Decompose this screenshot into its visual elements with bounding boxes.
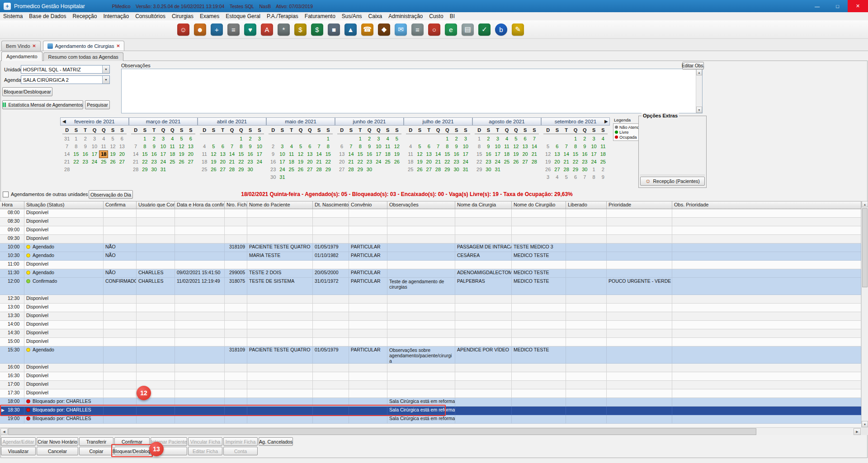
calendar-day[interactable]: 3 (461, 135, 470, 143)
documents-icon[interactable]: ≡ (227, 23, 240, 36)
calendar-day[interactable]: 14 (227, 150, 236, 158)
calendar-day[interactable]: 31 (159, 166, 168, 173)
calendar-day[interactable]: 20 (305, 158, 314, 166)
calendar-day[interactable]: 11 (168, 143, 177, 150)
equipment-icon[interactable]: * (278, 23, 290, 36)
cal-prev-icon[interactable]: ◀ (62, 119, 66, 124)
calendar-day[interactable]: 15 (324, 150, 333, 158)
calendar-day[interactable]: 12 (511, 143, 520, 150)
calendar-day[interactable]: 4 (383, 135, 392, 143)
calendar-day[interactable]: 15 (571, 150, 580, 158)
calendar-day[interactable]: 3 (278, 143, 287, 150)
action-button-ag-cancelados[interactable]: Ag. Cancelados (259, 437, 293, 446)
tab-bem-vindo[interactable]: Bem Vindo✕ (1, 41, 41, 51)
calendar-day[interactable]: 19 (209, 158, 218, 166)
bloquear-desbloquear-button[interactable]: Bloquear/Desbloquear (2, 87, 52, 96)
calendar-day[interactable]: 1 (236, 135, 245, 143)
calendar-day[interactable]: 22 (140, 158, 149, 166)
calendar-day[interactable]: 9 (269, 150, 278, 158)
calendar-day[interactable]: 23 (150, 158, 159, 166)
estatistica-button[interactable]: Estatística Mensal de Agendamentos (2, 100, 83, 109)
calendar-day[interactable]: 21 (227, 158, 236, 166)
calendar-day[interactable]: 9 (452, 143, 461, 150)
menu-item-administracao[interactable]: Administração (385, 12, 426, 20)
observacoes-scrollbar[interactable]: ▲ ▼ (696, 69, 702, 113)
calendar-day[interactable]: 31 (278, 173, 287, 181)
calendar-day[interactable]: 29 (475, 166, 484, 173)
calendar-day[interactable]: 21 (562, 158, 571, 166)
calendar-day[interactable]: 7 (62, 143, 71, 150)
calendar-day[interactable]: 9 (599, 173, 608, 181)
calendar-day[interactable]: 20 (425, 158, 434, 166)
calendar-day[interactable]: 25 (383, 158, 392, 166)
cal-next-icon[interactable]: ▶ (604, 119, 608, 124)
column-header-dt-nascimento[interactable]: Dt. Nascimento (313, 201, 349, 209)
calendar-day[interactable]: 23 (484, 158, 493, 166)
menu-item-p-a-terapias[interactable]: P.A./Terapias (264, 12, 302, 20)
calendar-day[interactable]: 19 (511, 150, 520, 158)
calendar-day[interactable]: 23 (245, 158, 255, 166)
observacao-dia-button[interactable]: Observação do Dia (89, 190, 133, 199)
calendar-day[interactable]: 19 (177, 150, 186, 158)
calendar-day[interactable]: 16 (150, 150, 159, 158)
calendar-day[interactable]: 4 (502, 135, 511, 143)
calendar-day[interactable]: 21 (314, 158, 323, 166)
calendar-day[interactable]: 18 (99, 150, 108, 158)
scroll-down-icon[interactable]: ▼ (696, 107, 702, 113)
action-button-criar-novo-horario[interactable]: Criar Novo Horário (37, 437, 78, 446)
calendar-day[interactable]: 7 (530, 135, 539, 143)
calendar-day[interactable]: 9 (245, 143, 255, 150)
calendar-day[interactable]: 8 (589, 173, 598, 181)
calendar-day[interactable]: 8 (324, 143, 333, 150)
calendar-day[interactable]: 6 (425, 143, 434, 150)
calendar-day[interactable]: 12 (392, 143, 401, 150)
calendar-day[interactable]: 6 (186, 135, 195, 143)
calendar-day[interactable]: 14 (562, 150, 571, 158)
calendar-day[interactable]: 2 (150, 135, 159, 143)
calendar-day[interactable]: 15 (475, 150, 484, 158)
calendar-day[interactable]: 16 (580, 150, 589, 158)
calendar-day[interactable]: 22 (71, 158, 80, 166)
calendar-day[interactable]: 28 (131, 166, 140, 173)
files-icon[interactable]: ▤ (462, 23, 474, 36)
calendar-day[interactable]: 12 (108, 143, 117, 150)
calendar-day[interactable]: 29 (571, 166, 580, 173)
calendar-day[interactable]: 2 (599, 166, 608, 173)
calendar-day[interactable]: 24 (493, 158, 502, 166)
calendar-day[interactable]: 18 (406, 158, 415, 166)
calendar-day[interactable]: 5 (415, 143, 424, 150)
column-header-data-e-hora-da-confir[interactable]: Data e Hora da confir (175, 201, 225, 209)
calendar-day[interactable]: 29 (140, 166, 149, 173)
menu-item-cirurgias[interactable]: Cirurgias (169, 12, 197, 20)
calendar-day[interactable]: 31 (461, 166, 470, 173)
calendar-day[interactable]: 7 (314, 143, 323, 150)
calendar-day[interactable]: 14 (314, 150, 323, 158)
reception-icon[interactable]: ☺ (177, 23, 189, 36)
calendar-day[interactable]: 22 (324, 158, 333, 166)
calendar-day[interactable]: 1 (140, 135, 149, 143)
subtab-agendamento[interactable]: Agendamento (1, 51, 42, 61)
calendar-day[interactable]: 15 (356, 150, 365, 158)
column-header-usuario-que-confirmo[interactable]: Usuário que Confirmo (137, 201, 175, 209)
schedule-row-1400[interactable]: 14:00Disponível (0, 321, 861, 329)
menu-item-sistema[interactable]: Sistema (0, 12, 26, 20)
tab-close-icon[interactable]: ✕ (33, 43, 36, 48)
schedule-row-1730[interactable]: 17:30Disponível (0, 389, 861, 398)
calendar-day[interactable]: 24 (159, 158, 168, 166)
calendar-day[interactable]: 30 (245, 166, 255, 173)
calendar-day[interactable]: 3 (374, 135, 383, 143)
calendar-day[interactable]: 13 (552, 150, 561, 158)
calendar-day[interactable]: 17 (255, 150, 264, 158)
calendar-day[interactable]: 17 (461, 150, 470, 158)
calendar-day[interactable]: 1 (443, 135, 452, 143)
schedule-row-1630[interactable]: 16:30Disponível (0, 372, 861, 381)
calendar-day[interactable]: 17 (90, 150, 99, 158)
calendar-day[interactable]: 15 (236, 150, 245, 158)
calendar-day[interactable]: 2 (484, 135, 493, 143)
action-button-transferir[interactable]: Transferir (79, 437, 113, 446)
calendar-day[interactable]: 5 (511, 135, 520, 143)
server-icon[interactable]: ■ (328, 23, 340, 36)
calendar-day[interactable]: 13 (425, 150, 434, 158)
calendar-day[interactable]: 28 (62, 166, 71, 173)
calendar-day[interactable]: 25 (287, 166, 296, 173)
